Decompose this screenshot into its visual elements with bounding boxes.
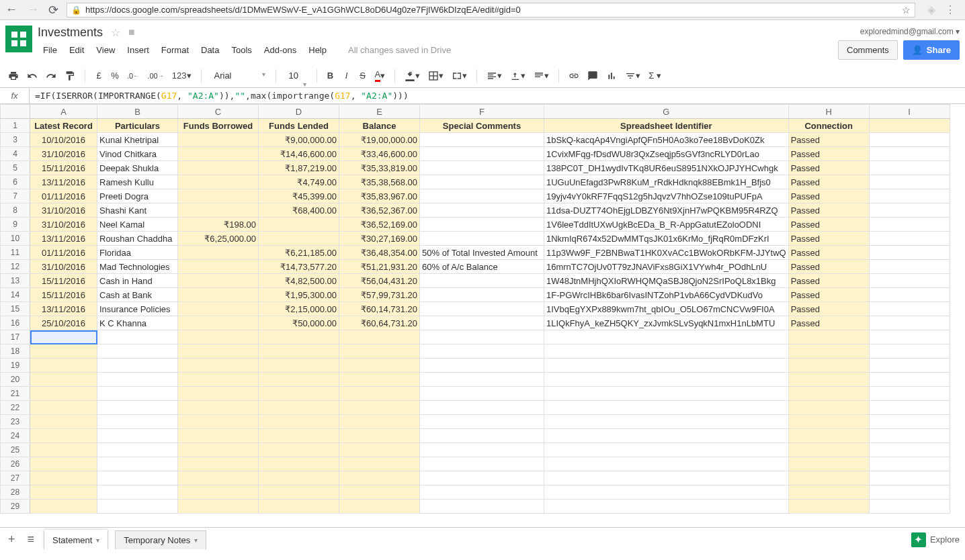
cell-H10[interactable]: Passed [788, 232, 869, 246]
cell-B24[interactable] [97, 429, 178, 443]
cell-C28[interactable] [178, 485, 259, 500]
cell-B16[interactable]: K C Khanna [97, 316, 178, 330]
cell-B7[interactable]: Preeti Dogra [97, 189, 178, 203]
cell-G17[interactable] [544, 330, 789, 344]
cell-B9[interactable]: Neel Kamal [97, 218, 178, 232]
cell-H16[interactable]: Passed [788, 316, 869, 330]
cell-I9[interactable] [869, 218, 950, 232]
cell-G6[interactable]: 1UGuUnEfagd3PwR8KuM_rRdkHdknqk88EBmk1H_B… [544, 175, 789, 189]
cell-H1[interactable]: Connection [788, 119, 869, 133]
cell-I8[interactable] [869, 203, 950, 218]
cell-H29[interactable] [788, 500, 869, 514]
back-button[interactable]: ← [5, 3, 17, 17]
cell-I28[interactable] [869, 485, 950, 500]
link-icon[interactable] [566, 68, 582, 84]
cell-E4[interactable]: ₹33,46,600.00 [339, 147, 420, 161]
formula-input[interactable]: =IF(ISERROR(IMPORTRANGE(G17, "A2:A")),""… [30, 91, 414, 101]
cell-I20[interactable] [869, 373, 950, 387]
cell-F26[interactable] [420, 457, 544, 471]
cell-H21[interactable] [788, 387, 869, 401]
cell-A11[interactable]: 01/11/2016 [30, 246, 97, 260]
font-select[interactable]: Arial [208, 68, 269, 83]
comments-button[interactable]: Comments [838, 40, 898, 60]
column-header-G[interactable]: G [544, 105, 789, 119]
row-header-24[interactable]: 24 [1, 429, 30, 443]
cell-A16[interactable]: 25/10/2016 [30, 316, 97, 330]
user-email[interactable]: exploredmind@gmail.com ▾ [838, 27, 960, 36]
cell-E11[interactable]: ₹36,48,354.00 [339, 246, 420, 260]
cell-D17[interactable] [259, 330, 339, 344]
column-header-B[interactable]: B [97, 105, 178, 119]
cell-E24[interactable] [339, 429, 420, 443]
all-sheets-button[interactable]: ≡ [25, 532, 38, 547]
cell-G28[interactable] [544, 485, 789, 500]
cell-G20[interactable] [544, 373, 789, 387]
cell-C27[interactable] [178, 471, 259, 485]
column-header-C[interactable]: C [178, 105, 259, 119]
cell-D27[interactable] [259, 471, 339, 485]
row-header-9[interactable]: 9 [1, 218, 30, 232]
cell-A21[interactable] [30, 387, 97, 401]
cell-F17[interactable] [420, 330, 544, 344]
row-header-22[interactable]: 22 [1, 401, 30, 415]
cell-A19[interactable] [30, 359, 97, 373]
cell-I15[interactable] [869, 302, 950, 316]
document-title[interactable]: Investments [38, 26, 103, 40]
cell-B21[interactable] [97, 387, 178, 401]
cell-B12[interactable]: Mad Technologies [97, 260, 178, 274]
cell-H25[interactable] [788, 443, 869, 457]
menu-add-ons[interactable]: Add-ons [259, 42, 302, 58]
row-header-11[interactable]: 11 [1, 246, 30, 260]
row-header-5[interactable]: 5 [1, 161, 30, 175]
cell-E22[interactable] [339, 401, 420, 415]
cell-C10[interactable]: ₹6,25,000.00 [178, 232, 259, 246]
cell-C20[interactable] [178, 373, 259, 387]
cell-C21[interactable] [178, 387, 259, 401]
cell-E21[interactable] [339, 387, 420, 401]
functions-icon[interactable]: Σ ▾ [646, 68, 664, 84]
row-header-26[interactable]: 26 [1, 457, 30, 471]
cell-H23[interactable] [788, 415, 869, 429]
cell-G14[interactable]: 1F-PGWrcIHBk6bar6IvasINTZohP1vbA66CydVDK… [544, 288, 789, 302]
cell-F12[interactable]: 60% of A/c Balance [420, 260, 544, 274]
cell-E1[interactable]: Balance [339, 119, 420, 133]
sheets-logo[interactable] [5, 26, 32, 52]
cell-E10[interactable]: ₹30,27,169.00 [339, 232, 420, 246]
cell-A24[interactable] [30, 429, 97, 443]
cell-I7[interactable] [869, 189, 950, 203]
cell-B29[interactable] [97, 500, 178, 514]
cell-C1[interactable]: Funds Borrowed [178, 119, 259, 133]
reload-button[interactable]: ⟳ [48, 3, 58, 17]
cell-E3[interactable]: ₹19,00,000.00 [339, 133, 420, 147]
cell-A8[interactable]: 31/10/2016 [30, 203, 97, 218]
row-header-21[interactable]: 21 [1, 387, 30, 401]
wrap-button[interactable]: ▾ [531, 68, 552, 84]
cell-I26[interactable] [869, 457, 950, 471]
select-all-cell[interactable] [1, 105, 30, 119]
cell-F9[interactable] [420, 218, 544, 232]
cell-D24[interactable] [259, 429, 339, 443]
cell-D4[interactable]: ₹14,46,600.00 [259, 147, 339, 161]
cell-C29[interactable] [178, 500, 259, 514]
borders-button[interactable]: ▾ [425, 68, 446, 84]
bookmark-icon[interactable]: ☆ [902, 5, 911, 15]
chrome-menu-icon[interactable]: ⋮ [945, 3, 956, 16]
cell-C4[interactable] [178, 147, 259, 161]
cell-F22[interactable] [420, 401, 544, 415]
row-header-19[interactable]: 19 [1, 359, 30, 373]
cell-H14[interactable]: Passed [788, 288, 869, 302]
sheet-tab-temporary-notes[interactable]: Temporary Notes▾ [115, 530, 206, 549]
cell-I10[interactable] [869, 232, 950, 246]
cell-F1[interactable]: Special Comments [420, 119, 544, 133]
cell-E13[interactable]: ₹56,04,431.20 [339, 274, 420, 288]
cell-D5[interactable]: ₹1,87,219.00 [259, 161, 339, 175]
cell-G23[interactable] [544, 415, 789, 429]
cell-H5[interactable]: Passed [788, 161, 869, 175]
cell-D12[interactable]: ₹14,73,577.20 [259, 260, 339, 274]
cell-G9[interactable]: 1V6leeTddItUXwUgkBcEDa_B_R-AppGatutEZolo… [544, 218, 789, 232]
cell-A23[interactable] [30, 415, 97, 429]
cell-D16[interactable]: ₹50,000.00 [259, 316, 339, 330]
cell-B6[interactable]: Ramesh Kullu [97, 175, 178, 189]
italic-button[interactable]: I [340, 68, 353, 84]
print-icon[interactable] [5, 68, 22, 84]
